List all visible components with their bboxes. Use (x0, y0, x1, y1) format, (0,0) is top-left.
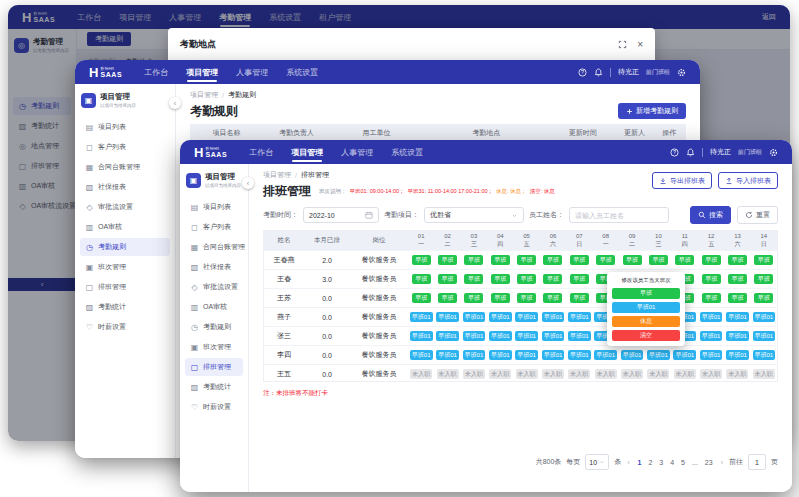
shift-badge[interactable]: 早班 (543, 293, 562, 304)
shift-badge[interactable]: 早班 (464, 255, 483, 266)
help-icon[interactable]: ? (578, 68, 587, 77)
sidebar-item[interactable]: ▦合同台账管理 (185, 238, 243, 256)
shift-badge[interactable]: 早班01 (647, 350, 670, 361)
gear-icon[interactable] (769, 148, 778, 157)
shift-badge[interactable]: 早班01 (542, 331, 565, 342)
page-number[interactable]: 3 (657, 459, 665, 466)
shift-badge[interactable]: 早班01 (489, 350, 512, 361)
shift-option[interactable]: 清空 (612, 330, 680, 341)
shift-badge[interactable]: 早班01 (594, 350, 617, 361)
sidebar-item[interactable]: ▧社保报表 (80, 178, 170, 196)
import-schedule-button[interactable]: 导入排班表 (718, 172, 778, 189)
shift-badge[interactable]: 未入职 (437, 369, 459, 380)
nav-item[interactable]: 系统设置 (391, 140, 423, 164)
shift-badge[interactable]: 早班 (438, 274, 457, 285)
shift-badge[interactable]: 未入职 (647, 369, 669, 380)
sidebar-item[interactable]: ◻客户列表 (80, 138, 170, 156)
prev-page-button[interactable]: ‹ (626, 459, 630, 466)
sidebar-item[interactable]: ◷考勤规则 (185, 318, 243, 336)
attendance-month-picker[interactable]: 2022-10 (303, 207, 379, 223)
shift-badge[interactable]: 早班01 (726, 331, 749, 342)
nav-item[interactable]: 工作台 (249, 140, 273, 164)
page-number[interactable]: 23 (703, 459, 715, 466)
export-schedule-button[interactable]: 导出排班表 (652, 172, 712, 189)
sidebar-item[interactable]: ▧社保报表 (185, 258, 243, 276)
shift-badge[interactable]: 早班01 (489, 331, 512, 342)
shift-badge[interactable]: 早班01 (515, 331, 538, 342)
shift-badge[interactable]: 早班 (702, 293, 721, 304)
nav-item[interactable]: 工作台 (144, 60, 168, 84)
sidebar-collapse-button[interactable]: ‹ (169, 97, 181, 109)
shift-badge[interactable]: 早班 (702, 255, 721, 266)
sidebar-item[interactable]: ▥OA审核 (185, 298, 243, 316)
shift-badge[interactable]: 早班01 (753, 350, 776, 361)
shift-badge[interactable]: 早班 (702, 274, 721, 285)
help-icon[interactable]: ? (670, 148, 679, 157)
shift-option[interactable]: 早班01 (612, 302, 680, 313)
next-page-button[interactable]: › (720, 459, 724, 466)
breadcrumb-root[interactable]: 项目管理 (190, 90, 218, 100)
shift-option[interactable]: 早班 (612, 288, 680, 299)
shift-badge[interactable]: 早班 (438, 255, 457, 266)
page-number[interactable]: 4 (668, 459, 676, 466)
shift-badge[interactable]: 早班 (464, 293, 483, 304)
shift-badge[interactable]: 早班01 (436, 312, 459, 323)
shift-badge[interactable]: 早班 (491, 255, 510, 266)
shift-badge[interactable]: 早班 (728, 255, 747, 266)
shift-badge[interactable]: 早班01 (489, 312, 512, 323)
shift-badge[interactable]: 未入职 (700, 369, 722, 380)
shift-badge[interactable]: 早班01 (568, 331, 591, 342)
shift-badge[interactable]: 早班01 (621, 350, 644, 361)
shift-badge[interactable]: 早班01 (410, 331, 433, 342)
page-number[interactable]: 1 (635, 459, 643, 466)
shift-badge[interactable]: 早班01 (410, 350, 433, 361)
nav-item[interactable]: 人事管理 (236, 60, 268, 84)
sidebar-item[interactable]: ▤项目列表 (185, 198, 243, 216)
shift-badge[interactable]: 早班01 (726, 350, 749, 361)
shift-badge[interactable]: 未入职 (753, 369, 775, 380)
add-attendance-rule-button[interactable]: 新增考勤规则 (618, 103, 686, 119)
shift-badge[interactable]: 早班01 (436, 350, 459, 361)
bell-icon[interactable] (594, 68, 603, 77)
close-icon[interactable]: × (637, 40, 643, 50)
shift-badge[interactable]: 早班 (623, 255, 642, 266)
shift-badge[interactable]: 早班01 (542, 350, 565, 361)
shift-badge[interactable]: 早班 (517, 274, 536, 285)
shift-badge[interactable]: 早班 (491, 293, 510, 304)
shift-badge[interactable]: 早班 (570, 293, 589, 304)
user-name[interactable]: 待光正 (710, 147, 731, 157)
sidebar-item[interactable]: ▢排班管理 (80, 278, 170, 296)
shift-badge[interactable]: 早班01 (463, 331, 486, 342)
shift-badge[interactable]: 未入职 (595, 369, 617, 380)
shift-badge[interactable]: 早班 (596, 255, 615, 266)
shift-badge[interactable]: 未入职 (726, 369, 748, 380)
nav-item[interactable]: 系统设置 (286, 60, 318, 84)
shift-badge[interactable]: 早班01 (542, 312, 565, 323)
shift-badge[interactable]: 早班 (491, 274, 510, 285)
sidebar-item[interactable]: ♡时薪设置 (185, 398, 243, 416)
sidebar-item[interactable]: ▣班次管理 (185, 338, 243, 356)
shift-badge[interactable]: 早班01 (436, 331, 459, 342)
shift-badge[interactable]: 早班 (438, 293, 457, 304)
sidebar-item[interactable]: ◷考勤规则 (80, 238, 170, 256)
page-number[interactable]: ... (690, 459, 700, 466)
gear-icon[interactable] (677, 68, 686, 77)
reset-button[interactable]: 重置 (737, 206, 778, 224)
sidebar-item[interactable]: ▣班次管理 (80, 258, 170, 276)
sidebar-item[interactable]: ▢排班管理 (185, 358, 243, 376)
shift-badge[interactable]: 早班01 (463, 312, 486, 323)
sidebar-item[interactable]: ▥OA审核 (80, 218, 170, 236)
shift-badge[interactable]: 早班 (412, 274, 431, 285)
sidebar-item[interactable]: ▨考勤统计 (80, 298, 170, 316)
shift-badge[interactable]: 未入职 (621, 369, 643, 380)
shift-badge[interactable]: 早班01 (726, 312, 749, 323)
shift-badge[interactable]: 早班 (517, 255, 536, 266)
shift-badge[interactable]: 早班 (570, 274, 589, 285)
shift-badge[interactable]: 早班 (412, 293, 431, 304)
per-page-select[interactable]: 10 (585, 454, 609, 470)
shift-badge[interactable]: 早班01 (515, 312, 538, 323)
sidebar-collapse-button[interactable]: ‹ (242, 177, 254, 189)
sidebar-item[interactable]: ◇审批流设置 (185, 278, 243, 296)
shift-badge[interactable]: 早班 (728, 274, 747, 285)
shift-badge[interactable]: 未入职 (410, 369, 432, 380)
